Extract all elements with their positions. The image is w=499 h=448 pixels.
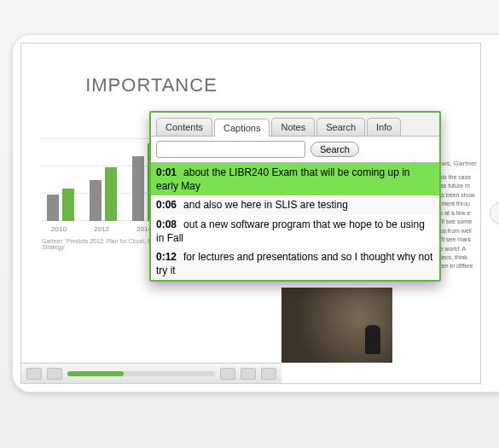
play-button[interactable] (47, 368, 62, 380)
bar (132, 156, 144, 221)
bar (47, 195, 59, 222)
caption-line[interactable]: 0:12for lectures and presentations and s… (151, 247, 439, 280)
prev-button[interactable] (26, 368, 42, 380)
x-axis-label: 2012 (84, 225, 119, 233)
slide-title: IMPORTANCE (21, 62, 281, 100)
tab-captions[interactable]: Captions (214, 119, 270, 137)
caption-timestamp: 0:08 (156, 218, 177, 230)
bar (105, 167, 117, 221)
caption-list[interactable]: 0:01about the LIBR240 Exam that will be … (151, 163, 439, 280)
lecture-photo (281, 288, 392, 363)
progress-track[interactable] (67, 371, 215, 376)
caption-timestamp: 0:01 (156, 166, 177, 178)
tab-notes[interactable]: Notes (271, 118, 315, 136)
caption-text: and also we here in SLIS are testing (183, 199, 348, 211)
tab-bar: ContentsCaptionsNotesSearchInfo (151, 113, 439, 136)
caption-text: for lectures and presentations and so I … (156, 251, 432, 276)
fullscreen-button[interactable] (261, 368, 276, 380)
progress-fill (67, 371, 124, 376)
caption-search-input[interactable] (156, 141, 305, 158)
volume-button[interactable] (220, 368, 235, 380)
home-button[interactable] (490, 202, 499, 224)
captions-panel: ContentsCaptionsNotesSearchInfo Search 0… (149, 111, 441, 282)
caption-line[interactable]: 0:06and also we here in SLIS are testing (151, 195, 439, 214)
next-button[interactable] (241, 368, 256, 380)
tab-contents[interactable]: Contents (156, 118, 212, 136)
search-row: Search (151, 136, 439, 163)
video-player-bar (21, 363, 281, 383)
caption-line[interactable]: 0:08out a new software program that we h… (151, 215, 439, 247)
bar (62, 189, 74, 221)
caption-line[interactable]: 0:01about the LIBR240 Exam that will be … (151, 163, 439, 195)
caption-timestamp: 0:06 (156, 199, 177, 211)
tab-search[interactable]: Search (316, 118, 365, 136)
caption-text: about the LIBR240 Exam that will be comi… (156, 166, 410, 192)
caption-timestamp: 0:12 (156, 251, 177, 263)
caption-search-button[interactable]: Search (310, 142, 359, 157)
x-axis-label: 2010 (42, 225, 76, 233)
bar (90, 180, 102, 221)
tab-info[interactable]: Info (367, 118, 401, 136)
caption-text: out a new software program that we hope … (156, 218, 425, 244)
